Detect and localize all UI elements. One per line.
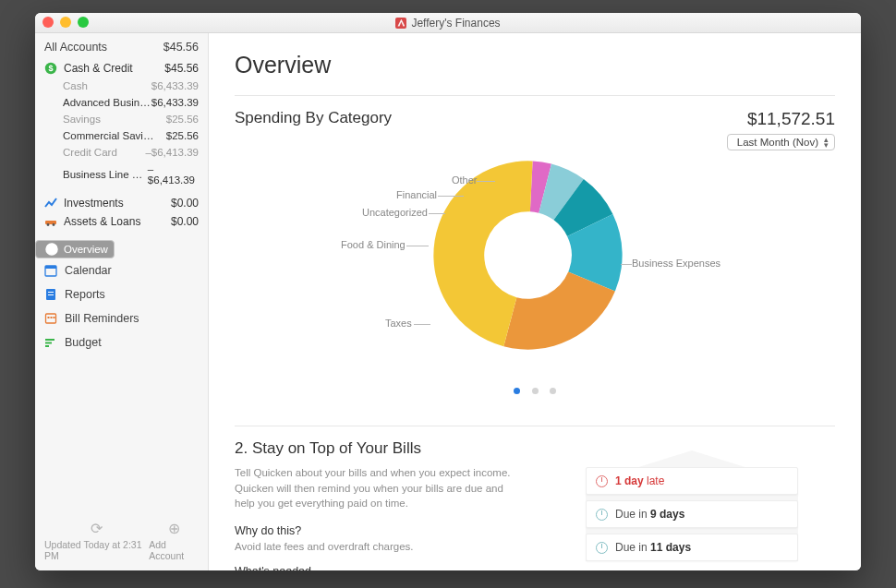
main-content: Overview Spending By Category $11,572.51…	[209, 33, 861, 570]
nav-calendar[interactable]: Calendar	[35, 258, 208, 282]
chart-label-taxes: Taxes	[385, 318, 412, 329]
svg-rect-2	[45, 221, 56, 224]
carousel-pager	[235, 381, 835, 398]
svg-rect-7	[45, 266, 56, 269]
titlebar: Jeffery's Finances	[35, 13, 861, 33]
investments-icon	[44, 197, 57, 210]
all-accounts-label: All Accounts	[44, 41, 107, 54]
spending-title: Spending By Category	[235, 109, 392, 127]
dollar-circle-icon: $	[44, 62, 57, 75]
svg-rect-16	[45, 342, 52, 344]
nav-bill-reminders[interactable]: Bill Reminders	[35, 306, 208, 330]
chart-label-financial: Financial	[396, 189, 437, 200]
all-accounts-amount: $45.56	[163, 41, 199, 54]
refresh-button[interactable]: ⟳ Updated Today at 2:31 PM	[44, 520, 149, 561]
nav-budget[interactable]: Budget	[35, 330, 208, 354]
reminders-icon	[44, 312, 57, 325]
app-icon	[395, 18, 406, 29]
period-select[interactable]: Last Month (Nov) ▴▾	[727, 134, 835, 150]
spending-card: Spending By Category $11,572.51 Last Mon…	[235, 95, 835, 398]
svg-rect-14	[54, 317, 55, 318]
sidebar-investments[interactable]: Investments $0.00	[35, 194, 208, 212]
close-window-button[interactable]	[42, 17, 54, 28]
plus-circle-icon: ⊕	[168, 520, 180, 537]
svg-rect-10	[48, 294, 54, 295]
car-icon	[44, 215, 57, 228]
svg-rect-13	[51, 317, 53, 318]
sidebar-cash-credit[interactable]: $ Cash & Credit $45.56	[35, 59, 208, 78]
bills-why-text: Avoid late fees and overdraft charges.	[235, 539, 530, 554]
account-row-credit-card[interactable]: Credit Card–$6,413.39	[35, 144, 208, 161]
add-account-button[interactable]: ⊕ Add Account	[149, 520, 199, 561]
clock-icon	[596, 509, 608, 521]
calendar-icon	[44, 264, 57, 277]
nav-reports[interactable]: Reports	[35, 282, 208, 306]
chart-label-uncategorized: Uncategorized	[362, 207, 428, 218]
chart-label-business-expenses: Business Expenses	[632, 258, 720, 269]
pager-dot-2[interactable]	[532, 388, 539, 394]
overview-icon	[45, 243, 58, 256]
svg-rect-12	[48, 317, 50, 318]
bills-why-heading: Why do this?	[235, 524, 530, 537]
chart-label-other: Other	[452, 174, 478, 186]
bill-due-item: Due in 11 days	[586, 534, 798, 561]
svg-point-3	[47, 223, 50, 226]
svg-text:$: $	[48, 64, 53, 73]
chevron-updown-icon: ▴▾	[824, 137, 829, 148]
svg-point-4	[53, 223, 55, 226]
bills-description: Tell Quicken about your bills and when y…	[235, 465, 521, 511]
upcoming-bills-illustration: 1 day late Due in 9 days Due in 11 days	[586, 467, 798, 567]
pager-dot-3[interactable]	[550, 388, 556, 394]
clock-icon	[596, 475, 608, 487]
svg-rect-15	[45, 339, 54, 341]
account-row-savings[interactable]: Savings$25.56	[35, 111, 208, 127]
sidebar-all-accounts[interactable]: All Accounts $45.56	[35, 33, 208, 59]
cash-credit-amount: $45.56	[164, 62, 199, 75]
spending-total: $11,572.51	[727, 109, 835, 129]
budget-icon	[44, 336, 57, 349]
chart-label-food-dining: Food & Dining	[341, 239, 406, 250]
pager-dot-1[interactable]	[514, 388, 520, 394]
spending-donut-chart[interactable]: Business Expenses Taxes Food & Dining Un…	[235, 156, 835, 378]
bills-card: 2. Stay on Top of Your Bills Tell Quicke…	[235, 426, 835, 570]
minimize-window-button[interactable]	[60, 17, 71, 28]
account-row-commercial-savings[interactable]: Commercial Savings$25.56	[35, 127, 208, 144]
bills-needed-heading: What's needed	[235, 565, 530, 570]
sidebar: All Accounts $45.56 $ Cash & Credit $45.…	[35, 33, 209, 570]
page-title: Overview	[235, 52, 835, 78]
window-title: Jeffery's Finances	[411, 17, 500, 30]
svg-rect-9	[48, 292, 54, 293]
bill-due-item: Due in 9 days	[586, 500, 798, 528]
refresh-icon: ⟳	[91, 520, 103, 537]
app-window: Jeffery's Finances All Accounts $45.56 $…	[35, 13, 861, 570]
cash-credit-label: Cash & Credit	[64, 62, 133, 75]
account-row-business-line[interactable]: Business Line of…–$6,413.39	[35, 161, 208, 188]
svg-rect-17	[45, 345, 49, 347]
bills-heading: 2. Stay on Top of Your Bills	[235, 439, 530, 458]
account-row-cash[interactable]: Cash$6,433.39	[35, 78, 208, 94]
bill-due-item-late: 1 day late	[586, 467, 798, 495]
zoom-window-button[interactable]	[78, 17, 89, 28]
sidebar-assets-loans[interactable]: Assets & Loans $0.00	[35, 212, 208, 231]
nav-overview[interactable]: Overview	[35, 240, 115, 258]
clock-icon	[596, 542, 608, 554]
reports-icon	[44, 288, 57, 301]
account-row-advanced-business[interactable]: Advanced Business…$6,433.39	[35, 94, 208, 111]
